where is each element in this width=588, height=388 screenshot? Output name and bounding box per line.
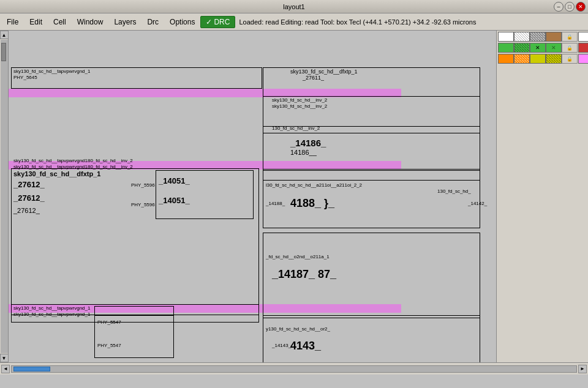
drc-label: DRC — [214, 18, 230, 26]
label-inv2-a: sky130_fd_sc_hd__inv_2 — [272, 97, 327, 103]
close-button[interactable]: ✕ — [576, 2, 586, 12]
menu-window[interactable]: Window — [72, 15, 109, 29]
layer-cell-1-lock[interactable]: 🔒 — [562, 32, 578, 42]
cell-or2 — [263, 315, 480, 362]
maximize-button[interactable]: □ — [565, 2, 575, 12]
label-14142: _14142_ — [468, 201, 487, 206]
layer-cell-6-lock[interactable]: 🔒 — [562, 43, 578, 53]
layer-cell-1-1[interactable] — [498, 32, 514, 42]
menu-drc[interactable]: Drc — [141, 15, 164, 29]
label-a211oi: l30_fd_sc_hd_sc_hd__a211oi__a211oi_2_2 — [266, 182, 362, 188]
layer-cell-11-3[interactable] — [530, 54, 546, 64]
layer-cell-6-3[interactable]: ✕ — [530, 43, 546, 53]
menu-file[interactable]: File — [1, 15, 24, 29]
title-bar: layout1 – □ ✕ — [0, 0, 588, 13]
layer-cell-12-1[interactable] — [578, 54, 588, 64]
layer-cell-2-1[interactable] — [578, 32, 588, 42]
nav-right-arrow[interactable]: ► — [578, 365, 587, 373]
label-tap-bottom-a: sky130_fd_sc_hd__tapvpwrvgnd_1 — [13, 305, 90, 311]
label-14186-top: 130_fd_sc_hd__inv_2 — [272, 125, 320, 131]
label-14186-sub: 14186__ — [290, 149, 317, 156]
canvas-area[interactable]: sky130_fd_sc_hd__dfxtp_1 _27611_ sky130_… — [9, 31, 496, 362]
scroll-up-arrow[interactable]: ▲ — [0, 31, 9, 39]
layer-row-6: ✕ ✕ 🔒 — [498, 43, 578, 53]
layer-cell-1-4[interactable] — [546, 32, 562, 42]
label-inv2-b: sky130_fd_sc_hd__inv_2 — [272, 103, 327, 109]
layer-row-7: ✕ 🔒 — [578, 43, 588, 53]
layer-row-1: 🔒 — [498, 32, 578, 42]
label-phy5596-b: PHY_5596 — [131, 202, 155, 207]
menu-edit[interactable]: Edit — [24, 15, 48, 29]
label-27612-c: _27612_ — [13, 207, 40, 214]
minimize-button[interactable]: – — [554, 2, 564, 12]
label-14187: _14187_ 87_ — [272, 268, 336, 281]
drc-checkmark: ✓ — [206, 18, 212, 26]
layer-cell-11-2[interactable] — [514, 54, 530, 64]
label-14188: _14188_ — [266, 201, 285, 206]
label-phy5645: PHY_5645 — [13, 75, 37, 80]
label-4188: 4188_ }_ — [290, 197, 334, 210]
layer-cell-6-1[interactable] — [498, 43, 514, 53]
hscroll-thumb[interactable] — [13, 367, 50, 371]
layer-cell-7-1[interactable] — [578, 43, 588, 53]
label-tap-bottom-b: sky130_fd_sc_hd__tapvpwrvgnd_1 — [13, 312, 90, 317]
layer-cell-6-4[interactable]: ✕ — [546, 43, 562, 53]
status-text: Loaded: read Editing: read Tool: box Tec… — [239, 18, 476, 26]
label-130fdsc: 130_fd_sc_hd_ — [437, 188, 471, 194]
left-scroll[interactable]: ▲ ▼ — [0, 31, 9, 362]
menu-options[interactable]: Options — [164, 15, 200, 29]
scroll-down-arrow[interactable]: ▼ — [0, 354, 9, 362]
label-14051-a: _14051_ — [159, 176, 190, 185]
main-content: ▲ ▼ sky130_fd_sc_hd__dfxtp_1 _27611_ sky… — [0, 31, 588, 362]
cell-14051-inner — [94, 306, 174, 358]
label-14051-b: _14051_ — [159, 196, 190, 205]
hscroll-track[interactable] — [11, 365, 577, 373]
label-dfxtp-top: sky130_fd_sc_hd__dfxtp_1 — [290, 69, 358, 75]
label-27611: _27611_ — [303, 75, 324, 81]
nav-left-arrow[interactable]: ◄ — [1, 365, 10, 373]
drc-button[interactable]: ✓ DRC — [200, 16, 235, 28]
label-27612-b: _27612_ — [13, 193, 45, 203]
label-o2nd: _fd_sc_hd__o2nd__o211a_1 — [266, 254, 330, 259]
label-27612-a: _27612_ — [13, 180, 45, 189]
label-14143-sub: _14143_ — [272, 343, 291, 348]
window-title: layout1 — [283, 3, 304, 10]
bottom-bar: ◄ ► — [0, 362, 588, 375]
layer-cell-1-3[interactable] — [530, 32, 546, 42]
layer-row-2: 🔒 — [578, 32, 588, 42]
layer-cell-1-2[interactable] — [514, 32, 530, 42]
vscroll-track[interactable] — [1, 40, 8, 353]
layer-row-12: 🔒 — [578, 54, 588, 64]
layer-cell-6-2[interactable] — [514, 43, 530, 53]
layer-row-11: 🔒 — [498, 54, 578, 64]
label-or2: y130_fd_sc_hd_sc_hd__or2_ — [266, 326, 330, 332]
layer-cell-11-lock[interactable]: 🔒 — [562, 54, 578, 64]
layer-cell-11-4[interactable] — [546, 54, 562, 64]
menu-bar: File Edit Cell Window Layers Drc Options… — [0, 13, 588, 31]
label-phy5596-a: PHY_5596 — [131, 182, 155, 188]
vscroll-thumb[interactable] — [1, 43, 6, 61]
label-14186-big: _14186_ — [290, 138, 326, 148]
layer-panel: 🔒 🔒 🔒 🔒 ✕ ⊠ — [496, 31, 588, 362]
menu-layers[interactable]: Layers — [108, 15, 141, 29]
layer-cell-11-1[interactable] — [498, 54, 514, 64]
label-tap-top: sky130_fd_sc_hd__tapvpwrvgnd_1 — [13, 69, 90, 74]
window-controls[interactable]: – □ ✕ — [554, 2, 586, 12]
label-dfxtp-left: sky130_fd_sc_hd__dfxtp_1 — [13, 170, 100, 177]
label-tap-inv-a: sky130_fd_sc_hd__tapvpwrvgnd180_fd_sc_hd… — [13, 158, 133, 163]
menu-cell[interactable]: Cell — [48, 15, 72, 29]
label-4143: 4143_ — [290, 340, 321, 353]
